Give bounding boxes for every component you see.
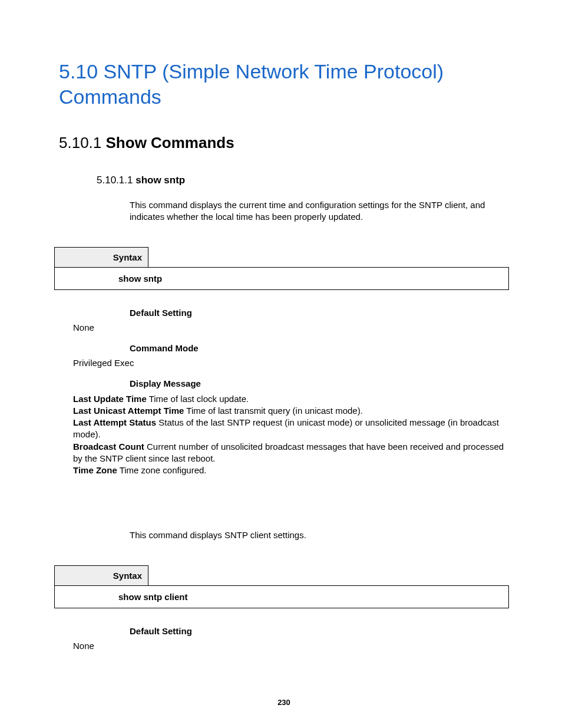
heading2-number: 5.10.1 [59,134,101,151]
document-page: 5.10 SNTP (Simple Network Time Protocol)… [0,0,562,728]
syntax-header: Syntax [54,247,148,268]
message-desc: Time of last transmit query (in unicast … [186,406,363,416]
default-setting-value: None [73,641,509,651]
message-desc: Time zone configured. [120,465,207,475]
heading-level-1: 5.10 SNTP (Simple Network Time Protocol)… [59,59,509,109]
syntax-block: Syntax show sntp [59,247,509,290]
default-setting-label: Default Setting [130,308,509,318]
spacer [59,476,509,529]
message-term: Last Attempt Status [73,417,156,427]
message-term: Broadcast Count [73,442,144,452]
command-mode-label: Command Mode [130,343,509,353]
heading3-number: 5.10.1.1 [97,174,133,186]
message-term: Time Zone [73,465,117,475]
message-term: Last Update Time [73,394,147,404]
syntax-header: Syntax [54,565,148,586]
message-term: Last Unicast Attempt Time [73,406,184,416]
command-description: This command displays SNTP client settin… [130,529,509,541]
display-message-label: Display Message [130,378,509,388]
default-setting-value: None [73,322,509,332]
display-message-item: Last Attempt Status Status of the last S… [73,417,509,441]
heading3-title: show sntp [135,174,185,186]
message-desc: Time of last clock update. [149,394,249,404]
syntax-text: show sntp [54,267,509,290]
default-setting-label: Default Setting [130,626,509,636]
display-message-list: Last Update Time Time of last clock upda… [73,393,509,477]
command-mode-value: Privileged Exec [73,358,509,368]
heading-level-3: 5.10.1.1 show sntp [97,174,509,186]
display-message-item: Time Zone Time zone configured. [73,465,509,476]
command-description: This command displays the current time a… [130,199,509,223]
page-number: 230 [59,698,509,707]
syntax-block: Syntax show sntp client [59,565,509,608]
syntax-text: show sntp client [54,585,509,608]
heading2-title: Show Commands [106,134,234,151]
heading-level-2: 5.10.1 Show Commands [59,134,509,152]
display-message-item: Last Update Time Time of last clock upda… [73,393,509,405]
display-message-item: Broadcast Count Current number of unsoli… [73,441,509,465]
display-message-item: Last Unicast Attempt Time Time of last t… [73,405,509,417]
